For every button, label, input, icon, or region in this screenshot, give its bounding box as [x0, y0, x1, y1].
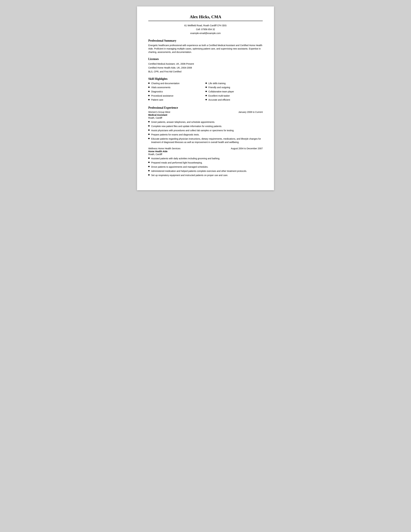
job-2-header: Wellness Home Health Services August 200… [148, 147, 263, 150]
skill-right-3: Collaborative team player [206, 90, 263, 93]
bullet-icon [206, 86, 207, 88]
job-1-location: Roath, Cardiff [148, 116, 263, 119]
address-line: 61 Wellfield Road, Roath Cardiff CF4 3DG [148, 24, 263, 28]
skill-right-5: Accurate and efficient [206, 98, 263, 102]
bullet-icon [148, 170, 149, 171]
job-2-company: Wellness Home Health Services [148, 147, 180, 150]
job-2-dates: August 2004 to December 2007 [231, 147, 263, 150]
email-line: example-email@example.com [148, 31, 263, 35]
professional-experience-section: Professional Experience Women's Group We… [148, 106, 263, 177]
skill-highlights-title: Skill Highlights [148, 77, 263, 81]
job-1: Women's Group West January 2008 to Curre… [148, 111, 263, 144]
bullet-icon [148, 174, 149, 176]
bullet-icon [148, 83, 149, 84]
skills-grid: Charting and documentation Vitals assess… [148, 82, 263, 103]
job-2-bullet-4: Administered medication and helped patie… [148, 170, 263, 173]
bullet-icon [148, 134, 149, 135]
skill-right-2: Friendly and outgoing [206, 86, 263, 89]
job-1-bullet-2: Complete new patient files and update in… [148, 125, 263, 128]
skill-left-1: Charting and documentation [148, 82, 206, 85]
job-2-title: Home Health Aide [148, 150, 263, 153]
header-contact: 61 Wellfield Road, Roath Cardiff CF4 3DG… [148, 24, 263, 35]
resume-page: Alex Hicks, CMA 61 Wellfield Road, Roath… [137, 6, 274, 190]
bullet-icon [148, 162, 149, 163]
resume-name: Alex Hicks, CMA [148, 15, 263, 19]
skill-left-2: Vitals assessments [148, 86, 206, 89]
job-1-bullet-3: Assist physicians with procedures and co… [148, 129, 263, 132]
bullet-icon [148, 158, 149, 159]
professional-summary-title: Professional Summary [148, 39, 263, 42]
bullet-icon [148, 129, 149, 131]
professional-summary-text: Energetic healthcare professional with e… [148, 44, 263, 54]
skill-right-4: Excellent multi-tasker [206, 94, 263, 97]
licenses-title: Licenses [148, 57, 263, 61]
bullet-icon [148, 95, 149, 96]
skill-highlights-section: Skill Highlights Charting and documentat… [148, 77, 263, 103]
job-2-bullet-1: Assisted patients with daily activities … [148, 157, 263, 160]
bullet-icon [148, 125, 149, 127]
professional-summary-section: Professional Summary Energetic healthcar… [148, 39, 263, 54]
job-1-header: Women's Group West January 2008 to Curre… [148, 111, 263, 113]
bullet-icon [148, 86, 149, 88]
job-1-dates: January 2008 to Current [238, 111, 263, 113]
job-2-bullet-3: Drove patients to appointments and manag… [148, 165, 263, 169]
bullet-icon [148, 166, 149, 167]
job-1-bullet-4: Prepare patients for exams and diagnosti… [148, 133, 263, 136]
bullet-icon [148, 91, 149, 92]
professional-experience-title: Professional Experience [148, 106, 263, 109]
job-1-company: Women's Group West [148, 111, 170, 113]
bullet-icon [206, 83, 207, 84]
job-1-bullet-1: Greet patients, answer telephones, and s… [148, 120, 263, 124]
job-2-location: Roath, Cardiff [148, 153, 263, 156]
skill-left-3: Diagnostics [148, 90, 206, 93]
license-item-1: Certified Medical Assistant, UK, 2006-Pr… [148, 62, 263, 66]
licenses-section: Licenses Certified Medical Assistant, UK… [148, 57, 263, 74]
skill-left-5: Patient care [148, 98, 206, 102]
job-2: Wellness Home Health Services August 200… [148, 147, 263, 177]
skill-left-4: Procedural assistance [148, 94, 206, 97]
bullet-icon [206, 95, 207, 96]
job-1-bullet-5: Educate patients regarding physician ins… [148, 137, 263, 144]
job-2-bullets: Assisted patients with daily activities … [148, 157, 263, 177]
job-2-bullet-2: Prepared meals and performed light house… [148, 161, 263, 164]
bullet-icon [206, 91, 207, 92]
cell-line: Cell: 07956 654 32 [148, 28, 263, 31]
bullet-icon [148, 121, 149, 122]
bullet-icon [206, 99, 207, 100]
header-divider [148, 21, 263, 21]
skills-right-col: Life skills training Friendly and outgoi… [206, 82, 263, 103]
job-1-title: Medical Assistant [148, 114, 263, 116]
job-2-bullet-5: Set up respiratory equipment and instruc… [148, 174, 263, 177]
skills-left-col: Charting and documentation Vitals assess… [148, 82, 206, 103]
job-1-bullets: Greet patients, answer telephones, and s… [148, 120, 263, 144]
skill-right-1: Life skills training [206, 82, 263, 85]
license-item-2: Certified Home Health Aide, UK, 2004-200… [148, 66, 263, 70]
license-item-3: BLS, CPR, and First Aid Certified [148, 70, 263, 74]
bullet-icon [148, 138, 149, 139]
bullet-icon [148, 99, 149, 100]
